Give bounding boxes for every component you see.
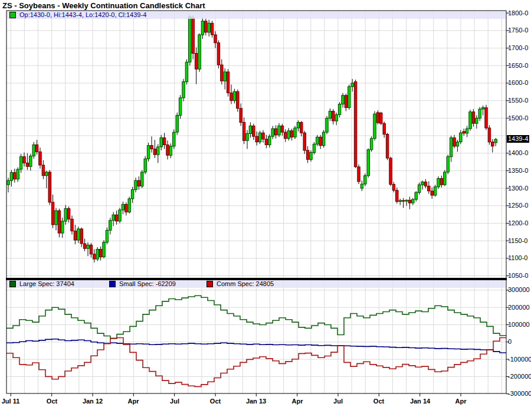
candle-up (258, 133, 261, 142)
candle-up (87, 245, 89, 248)
candle-up (198, 35, 201, 69)
candle-down (237, 91, 239, 109)
candle-up (326, 118, 328, 132)
candle-down (463, 132, 465, 133)
candle-down (51, 202, 54, 225)
candle-up (316, 137, 319, 144)
comm-spec-swatch-icon (206, 281, 213, 287)
cot-axis-label: 0 (508, 338, 512, 346)
ohlc-legend-label: Op:1430-0, Hi:1443-4, Lo:1420-0, Cl:1439… (19, 11, 146, 19)
candle-up (338, 104, 340, 115)
candle-up (128, 199, 130, 212)
candle-down (83, 244, 86, 248)
chart-screen: ZS - Soybeans - Weekly Continuation Cand… (0, 0, 531, 420)
candle-up (271, 129, 274, 136)
candle-down (284, 132, 287, 139)
candle-up (122, 204, 124, 210)
candle-down (35, 145, 38, 152)
chart-canvas[interactable] (0, 0, 531, 420)
candle-up (55, 211, 57, 225)
candle-up (176, 116, 178, 133)
candle-up (367, 150, 369, 176)
price-axis-label: 1550-0 (508, 97, 528, 104)
candle-up (119, 210, 121, 221)
candle-up (157, 147, 159, 155)
candle-down (48, 172, 51, 202)
candle-up (30, 156, 32, 167)
price-axis-label: 1250-0 (508, 202, 528, 209)
candle-up (456, 142, 458, 146)
candle-down (163, 138, 165, 145)
candle-up (415, 192, 417, 199)
candle-up (297, 122, 299, 128)
candle-down (380, 113, 382, 123)
candle-up (329, 111, 331, 118)
candle-up (287, 131, 290, 139)
candle-up (64, 209, 67, 221)
candle-up (160, 138, 162, 147)
candle-up (469, 112, 471, 129)
candle-down (440, 179, 442, 185)
candle-down (137, 181, 140, 186)
candle-up (370, 139, 372, 150)
price-axis-label: 1800-0 (508, 9, 528, 17)
cot-panel-legend: Large Spec: 37404 Small Spec: -62209 Com… (7, 280, 506, 288)
candle-down (74, 231, 76, 240)
legend-item-comm-spec: Comm Spec: 24805 (204, 280, 274, 288)
price-axis-label: 1500-0 (508, 114, 528, 122)
candle-down (303, 133, 306, 150)
candle-down (319, 137, 322, 145)
price-axis-label: 1750-0 (508, 27, 528, 34)
candle-down (26, 163, 28, 166)
candle-up (77, 229, 80, 240)
price-axis-label: 1600-0 (508, 79, 528, 87)
candle-up (179, 98, 181, 116)
candle-down (58, 211, 60, 233)
price-axis-label: 1100-0 (508, 254, 527, 262)
candle-down (402, 201, 404, 201)
candle-up (421, 182, 424, 185)
cot-axis-label: -100000 (508, 356, 531, 363)
candle-up (96, 250, 99, 260)
candle-up (460, 133, 462, 142)
candle-up (224, 72, 226, 81)
date-label: Apr (292, 398, 303, 405)
candle-up (373, 114, 376, 139)
candle-down (274, 129, 277, 135)
candle-up (10, 172, 12, 181)
candle-down (80, 229, 83, 244)
candle-down (332, 111, 335, 121)
candle-down (358, 167, 360, 182)
ohlc-legend-swatch-icon (9, 12, 16, 18)
candle-down (255, 136, 258, 142)
candle-up (19, 157, 22, 169)
candle-down (166, 145, 169, 155)
date-label: Oct (210, 398, 221, 405)
candle-down (428, 186, 430, 191)
candle-up (437, 179, 440, 187)
candle-down (67, 209, 70, 219)
candle-down (211, 23, 213, 35)
candle-down (192, 18, 194, 53)
legend-item-large-spec: Large Spec: 37404 (7, 280, 74, 288)
candle-down (195, 53, 197, 69)
legend-item-small-spec: Small Spec: -62209 (107, 280, 176, 288)
cot-axis-label: -200000 (508, 373, 531, 380)
candle-up (481, 108, 484, 109)
candle-down (396, 191, 398, 202)
candle-up (434, 187, 436, 195)
candle-down (227, 72, 229, 93)
cot-axis-label: 300000 (508, 286, 530, 294)
date-label: Jul (170, 398, 179, 405)
small-spec-swatch-icon (109, 281, 116, 287)
price-axis-label: 1300-0 (508, 185, 528, 192)
cot-axis-label: -300000 (508, 390, 531, 398)
candle-down (281, 126, 283, 132)
large-spec-swatch-icon (9, 281, 16, 287)
comm-spec-label: Comm Spec: 24805 (217, 280, 274, 288)
date-label: Jul 11 (2, 398, 20, 405)
candle-down (290, 131, 293, 137)
candle-down (431, 191, 433, 195)
candle-down (383, 123, 385, 134)
candle-up (106, 230, 108, 242)
